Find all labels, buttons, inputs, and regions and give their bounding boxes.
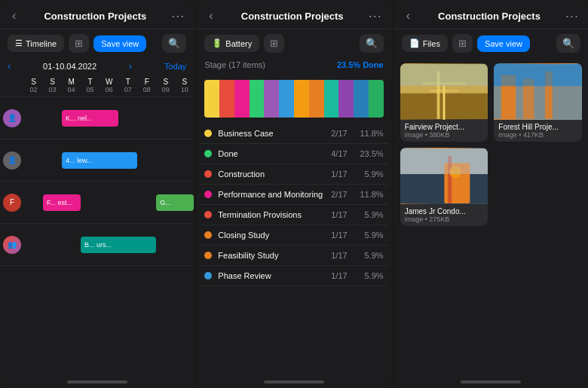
save-view-btn[interactable]: Save view bbox=[477, 35, 530, 52]
stage-dot bbox=[204, 130, 212, 137]
file-info: Forest Hill Proje... image • 417KB bbox=[494, 120, 582, 142]
search-btn[interactable]: 🔍 bbox=[360, 34, 384, 53]
today-btn[interactable]: Today bbox=[164, 62, 186, 71]
more-icon[interactable]: ··· bbox=[171, 8, 185, 24]
day-t07: T07 bbox=[118, 76, 137, 95]
chart-seg-8 bbox=[309, 80, 324, 118]
stage-pct: 11.8% bbox=[357, 129, 384, 138]
stage-pct: 5.9% bbox=[357, 231, 384, 240]
stage-name: Termination Provisions bbox=[218, 210, 331, 219]
stage-name: Feasibility Study bbox=[218, 251, 331, 260]
battery-btn[interactable]: 🔋 Battery bbox=[204, 35, 259, 52]
list-item[interactable]: Performance and Monitoring 2/17 11.8% bbox=[200, 185, 387, 205]
stage-name: Closing Study bbox=[218, 231, 331, 240]
search-btn[interactable]: 🔍 bbox=[556, 34, 580, 53]
day-s09: S09 bbox=[156, 76, 175, 95]
save-view-btn[interactable]: Save view bbox=[93, 35, 146, 52]
task-bar[interactable]: G... bbox=[156, 194, 194, 211]
filter-btn[interactable]: ⊞ bbox=[69, 34, 89, 53]
panel2-footer bbox=[197, 377, 390, 388]
file-name: James Jr Condo... bbox=[405, 207, 484, 215]
list-item[interactable]: Phase Review 1/17 5.9% bbox=[200, 266, 387, 286]
files-label: Files bbox=[423, 39, 440, 48]
stage-count: 1/17 bbox=[331, 231, 347, 240]
prev-date-btn[interactable]: ‹ bbox=[8, 60, 11, 72]
panel3-toolbar: 📄 Files ⊞ Save view 🔍 bbox=[394, 29, 588, 57]
day-s03: S03 bbox=[43, 76, 62, 95]
list-item[interactable]: Termination Provisions 1/17 5.9% bbox=[200, 205, 387, 225]
stage-dot bbox=[204, 231, 212, 239]
chart-seg-5 bbox=[264, 80, 279, 118]
stage-pct: 11.8% bbox=[357, 190, 384, 199]
filter-btn[interactable]: ⊞ bbox=[264, 34, 284, 53]
list-item[interactable]: Construction 1/17 5.9% bbox=[200, 164, 387, 185]
files-icon: 📄 bbox=[409, 38, 420, 48]
back-icon[interactable]: ‹ bbox=[403, 8, 413, 24]
task-bar[interactable]: 4... lew... bbox=[62, 152, 137, 169]
chart-seg-1 bbox=[204, 80, 219, 118]
timeline-label: Timeline bbox=[26, 39, 57, 48]
stage-dot bbox=[204, 211, 212, 218]
back-icon[interactable]: ‹ bbox=[9, 8, 19, 24]
stage-name: Construction bbox=[218, 170, 331, 179]
chart-seg-7 bbox=[294, 80, 309, 118]
file-card[interactable]: Forest Hill Proje... image • 417KB bbox=[494, 63, 582, 142]
chart-seg-2 bbox=[219, 80, 234, 118]
stage-count: 4/17 bbox=[331, 149, 347, 158]
home-indicator bbox=[461, 380, 521, 383]
stage-pct: 5.9% bbox=[357, 210, 384, 219]
list-item[interactable]: Closing Study 1/17 5.9% bbox=[200, 225, 387, 246]
table-row: F F... est... G... bbox=[0, 182, 194, 224]
stage-name: Business Case bbox=[218, 129, 331, 138]
file-meta: image • 275KB bbox=[405, 215, 484, 223]
file-card[interactable]: James Jr Condo... image • 275KB bbox=[400, 148, 488, 226]
stage-count: 1/17 bbox=[331, 210, 347, 219]
task-bar[interactable]: K... nel... bbox=[62, 110, 118, 127]
save-view-label: Save view bbox=[101, 39, 139, 48]
file-thumbnail bbox=[494, 63, 582, 120]
list-item[interactable]: Business Case 2/17 11.8% bbox=[200, 124, 387, 144]
stage-dot bbox=[204, 170, 212, 178]
date-range: 01-10.04.2022 bbox=[43, 62, 96, 71]
panel1-title: Construction Projects bbox=[19, 11, 171, 22]
panel1-header: ‹ Construction Projects ··· bbox=[0, 0, 194, 29]
day-s10: S10 bbox=[175, 76, 194, 95]
panel3-title: Construction Projects bbox=[413, 11, 565, 22]
panel1-toolbar: ☰ Timeline ⊞ Save view 🔍 bbox=[0, 29, 194, 57]
stage-name: Done bbox=[218, 149, 331, 158]
files-btn[interactable]: 📄 Files bbox=[402, 35, 448, 52]
file-name: Forest Hill Proje... bbox=[498, 123, 577, 131]
stage-count: 2/17 bbox=[331, 129, 347, 138]
stage-pct: 5.9% bbox=[357, 170, 384, 179]
filter-btn[interactable]: ⊞ bbox=[452, 34, 473, 53]
day-s02: S02 bbox=[24, 76, 43, 95]
timeline-btn[interactable]: ☰ Timeline bbox=[8, 35, 64, 52]
date-nav: ‹ 01-10.04.2022 › Today bbox=[0, 57, 194, 75]
stage-header: Stage (17 items) 23.5% Done bbox=[197, 57, 390, 74]
svg-rect-4 bbox=[430, 90, 459, 92]
file-card[interactable]: Fairview Project... image • 380KB bbox=[400, 63, 488, 142]
next-date-btn[interactable]: › bbox=[129, 60, 132, 72]
list-item[interactable]: Done 4/17 23.5% bbox=[200, 144, 387, 164]
table-row: 👤 4... lew... bbox=[0, 139, 194, 182]
avatar: 👤 bbox=[3, 151, 21, 170]
table-row: 👤 K... nel... bbox=[0, 97, 194, 139]
avatar-col bbox=[0, 76, 24, 95]
panel1-footer bbox=[0, 377, 194, 388]
stage-dot bbox=[204, 191, 212, 198]
more-icon[interactable]: ··· bbox=[565, 8, 579, 24]
stage-list: Business Case 2/17 11.8% Done 4/17 23.5%… bbox=[197, 124, 390, 377]
task-bar[interactable]: F... est... bbox=[43, 194, 81, 211]
file-name: Fairview Project... bbox=[405, 123, 484, 131]
task-bar[interactable]: B... urs... bbox=[81, 237, 156, 253]
stage-done: 23.5% Done bbox=[337, 60, 384, 69]
battery-panel: ‹ Construction Projects ··· 🔋 Battery ⊞ … bbox=[197, 0, 390, 388]
stage-dot bbox=[204, 150, 212, 157]
list-item[interactable]: Feasibility Study 1/17 5.9% bbox=[200, 246, 387, 266]
svg-rect-17 bbox=[400, 148, 488, 174]
search-btn[interactable]: 🔍 bbox=[162, 34, 186, 53]
table-row: 👥 B... urs... bbox=[0, 224, 194, 266]
more-icon[interactable]: ··· bbox=[369, 8, 382, 24]
stage-name: Phase Review bbox=[218, 271, 331, 280]
back-icon[interactable]: ‹ bbox=[206, 8, 216, 24]
